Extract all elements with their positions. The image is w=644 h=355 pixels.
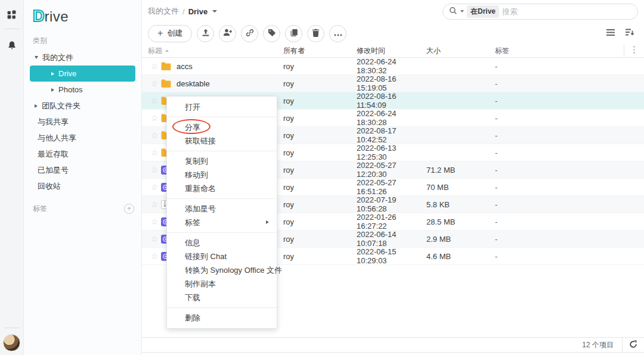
menu-separator xyxy=(167,151,277,151)
cell-label: - xyxy=(495,148,624,157)
menu-item-get-link[interactable]: 获取链接 xyxy=(167,134,277,148)
table-row[interactable]: ☆ desktable roy 2022-08-16 15:19:05 - xyxy=(142,75,644,92)
menu-item-open[interactable]: 打开 xyxy=(167,100,277,114)
cell-owner: roy xyxy=(283,183,357,192)
menu-item-label[interactable]: 标签 xyxy=(167,216,277,229)
breadcrumb-current[interactable]: Drive xyxy=(188,7,208,16)
breadcrumb: 我的文件 / Drive xyxy=(148,6,217,17)
breadcrumb-separator: / xyxy=(182,7,185,16)
cell-owner: roy xyxy=(283,217,357,226)
menu-item-convert-to-office[interactable]: 转换为 Synology Office 文件 xyxy=(167,263,277,277)
sort-button[interactable] xyxy=(625,29,634,38)
star-icon[interactable]: ☆ xyxy=(148,234,161,244)
star-icon[interactable]: ☆ xyxy=(148,165,161,175)
header-modified[interactable]: 修改时间 xyxy=(357,46,426,56)
cell-modified: 2022-06-14 10:07:18 xyxy=(357,230,426,248)
star-icon[interactable]: ☆ xyxy=(148,113,161,123)
star-icon[interactable]: ☆ xyxy=(148,130,161,140)
sidebar-item-starred[interactable]: 已加星号 xyxy=(30,162,135,178)
logo-letter-d: D xyxy=(33,7,45,25)
sidebar-item-label: 团队文件夹 xyxy=(42,101,80,111)
app-launcher-button[interactable] xyxy=(5,8,19,23)
menu-item-make-copy[interactable]: 制作副本 xyxy=(167,277,277,291)
more-actions-button[interactable] xyxy=(329,25,346,42)
menu-item-link-to-chat[interactable]: 链接到 Chat xyxy=(167,250,277,263)
cell-label: - xyxy=(495,183,624,192)
copy-button[interactable] xyxy=(285,25,302,42)
delete-button[interactable] xyxy=(307,25,324,42)
tag-button[interactable] xyxy=(263,25,280,42)
sidebar-item-photos[interactable]: Photos xyxy=(30,82,135,98)
header-title-label: 标题 xyxy=(148,46,162,56)
menu-item-add-star[interactable]: 添加星号 xyxy=(167,202,277,216)
user-avatar[interactable] xyxy=(3,334,20,351)
breadcrumb-root[interactable]: 我的文件 xyxy=(148,6,179,17)
ellipsis-icon xyxy=(334,29,342,38)
cell-owner: roy xyxy=(283,62,357,71)
menu-separator xyxy=(167,198,277,199)
sidebar-item-my-files[interactable]: 我的文件 xyxy=(30,49,135,66)
notifications-button[interactable] xyxy=(5,39,19,53)
share-button[interactable] xyxy=(219,25,236,42)
cell-modified: 2022-07-19 10:56:28 xyxy=(357,195,426,213)
cell-size: 70 MB xyxy=(426,183,495,192)
category-label: 类别 xyxy=(24,36,141,46)
folder-icon xyxy=(161,62,177,70)
star-icon[interactable]: ☆ xyxy=(148,148,161,157)
menu-item-rename[interactable]: 重新命名 xyxy=(167,182,277,195)
search-scope-caret-icon[interactable] xyxy=(460,10,464,13)
header-label[interactable]: 标签 xyxy=(495,46,624,56)
cell-label: - xyxy=(495,200,624,209)
sidebar-item-shared-with-me[interactable]: 与我共享 xyxy=(30,114,135,130)
breadcrumb-caret-icon[interactable] xyxy=(212,10,217,13)
drive-logo[interactable]: Drive xyxy=(24,7,141,27)
app-launcher-icon xyxy=(7,10,17,21)
table-row[interactable]: ☆ accs roy 2022-06-24 18:30:32 - xyxy=(142,58,644,75)
star-icon[interactable]: ☆ xyxy=(148,79,161,88)
tag-icon xyxy=(268,29,276,39)
star-icon[interactable]: ☆ xyxy=(148,200,161,209)
sidebar-item-shared-with-others[interactable]: 与他人共享 xyxy=(30,130,135,146)
search-scope-chip[interactable]: 在Drive xyxy=(467,5,499,18)
file-name: desktable xyxy=(177,79,210,88)
column-options-button[interactable] xyxy=(624,44,644,57)
menu-item-copy-to[interactable]: 复制到 xyxy=(167,154,277,168)
sidebar-item-label: 与我共享 xyxy=(38,117,69,127)
star-icon[interactable]: ☆ xyxy=(148,251,161,261)
star-icon[interactable]: ☆ xyxy=(148,182,161,192)
sidebar-item-recent[interactable]: 最近存取 xyxy=(30,146,135,162)
get-link-button[interactable] xyxy=(241,25,258,42)
sidebar-item-recycle-bin[interactable]: 回收站 xyxy=(30,178,135,194)
sidebar-item-drive[interactable]: Drive xyxy=(30,66,135,82)
star-icon[interactable]: ☆ xyxy=(148,96,161,105)
header-size[interactable]: 大小 xyxy=(426,46,495,56)
cell-modified: 2022-01-26 16:27:22 xyxy=(357,213,426,231)
add-label-button[interactable]: + xyxy=(124,204,134,214)
sidebar-item-label: 回收站 xyxy=(38,181,61,192)
sidebar-item-team-folders[interactable]: 团队文件夹 xyxy=(30,98,135,114)
menu-item-download[interactable]: 下载 xyxy=(167,291,277,304)
cell-owner: roy xyxy=(283,252,357,261)
menu-item-share[interactable]: 分享 xyxy=(167,120,277,134)
star-icon[interactable]: ☆ xyxy=(148,61,161,71)
cell-label: - xyxy=(495,62,624,71)
upload-icon xyxy=(202,29,210,39)
refresh-button[interactable] xyxy=(623,338,644,352)
list-view-button[interactable] xyxy=(606,29,615,38)
logo-text: rive xyxy=(45,8,69,25)
upload-button[interactable] xyxy=(197,25,214,42)
cell-owner: roy xyxy=(283,166,357,175)
menu-item-move-to[interactable]: 移动到 xyxy=(167,168,277,182)
sidebar-item-label: 我的文件 xyxy=(42,52,73,63)
header-owner[interactable]: 所有者 xyxy=(283,46,357,56)
star-icon[interactable]: ☆ xyxy=(148,217,161,226)
create-button[interactable]: + 创建 xyxy=(148,25,192,42)
menu-item-delete[interactable]: 删除 xyxy=(167,311,277,325)
search-box[interactable]: 在Drive xyxy=(442,4,638,20)
search-input[interactable] xyxy=(502,7,631,16)
menu-item-info[interactable]: 信息 xyxy=(167,236,277,250)
menu-separator xyxy=(167,307,277,308)
cell-owner: roy xyxy=(283,131,357,140)
header-title[interactable]: 标题 xyxy=(142,46,283,56)
folder-icon xyxy=(161,79,177,88)
